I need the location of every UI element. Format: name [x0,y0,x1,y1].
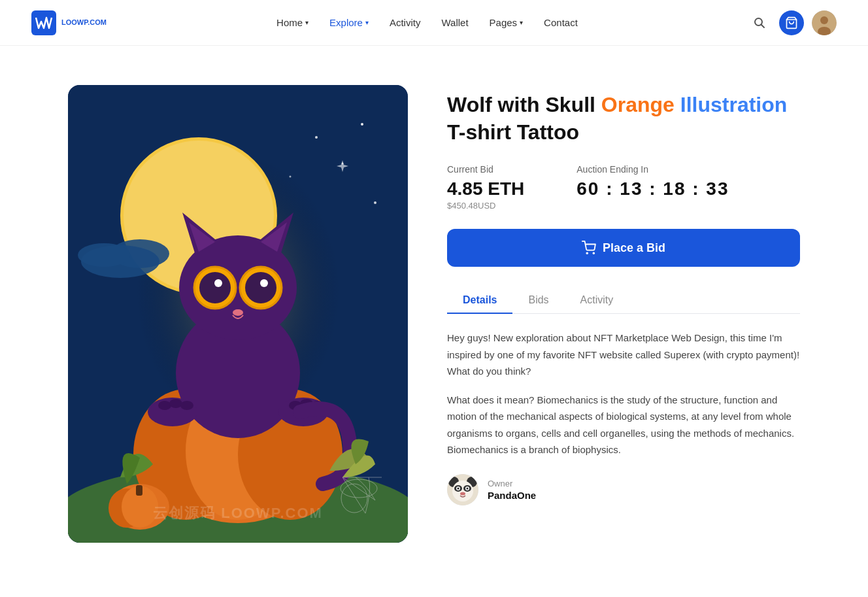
svg-point-17 [290,176,292,178]
svg-point-18 [374,201,376,204]
chevron-down-icon: ▾ [365,19,369,26]
nft-illustration [68,85,408,543]
svg-point-78 [460,492,465,495]
owner-name: PandaOne [488,490,536,501]
svg-line-2 [761,24,765,27]
nav-home[interactable]: Home ▾ [267,12,318,33]
owner-section: Owner PandaOne [447,474,800,505]
svg-point-5 [820,16,828,24]
nav-activity[interactable]: Activity [380,12,430,33]
product-tabs: Details Bids Activity [447,288,800,314]
svg-point-76 [458,487,459,489]
svg-point-36 [214,279,222,287]
nav-contact[interactable]: Contact [535,12,587,33]
tab-activity[interactable]: Activity [565,288,629,314]
auction-timer: 60 : 13 : 18 : 33 [576,179,729,199]
tab-bids[interactable]: Bids [512,288,564,314]
svg-point-66 [586,253,588,254]
svg-point-43 [158,401,171,410]
logo[interactable]: LOOWP.COM [31,10,107,35]
logo-icon [31,10,56,35]
svg-point-16 [361,123,363,126]
navbar: LOOWP.COM Home ▾ Explore ▾ Activity Wall… [0,0,868,46]
svg-point-14 [315,136,318,139]
svg-point-40 [233,309,243,316]
svg-point-67 [593,253,594,254]
svg-rect-52 [136,485,142,496]
logo-text: LOOWP.COM [61,18,107,27]
svg-point-77 [467,487,469,489]
user-avatar[interactable] [812,10,837,35]
nav-wallet[interactable]: Wallet [432,12,477,33]
nft-image: 云创源码 LOOWP.COM [68,85,408,543]
nav-right [748,10,837,35]
nav-links: Home ▾ Explore ▾ Activity Wallet Pages ▾… [267,12,587,33]
description-2: What does it mean? Biomechanics is the s… [447,392,800,458]
svg-point-35 [245,272,276,303]
current-bid-section: Current Bid 4.85 ETH $450.48USD [447,164,524,211]
auction-label: Auction Ending In [576,164,729,175]
tab-details[interactable]: Details [447,288,512,314]
nav-explore[interactable]: Explore ▾ [320,12,378,33]
owner-avatar[interactable] [447,474,478,505]
svg-point-13 [78,243,130,267]
search-icon[interactable] [748,11,771,35]
description-1: Hey guys! New exploration about NFT Mark… [447,330,800,380]
cart-button[interactable] [779,10,804,35]
auction-timer-section: Auction Ending In 60 : 13 : 18 : 33 [576,164,729,211]
svg-point-37 [260,279,268,287]
bid-label: Current Bid [447,164,524,175]
svg-point-45 [180,401,193,410]
svg-point-44 [169,399,182,408]
svg-point-71 [452,481,473,502]
cart-icon [582,241,596,255]
bid-row: Current Bid 4.85 ETH $450.48USD Auction … [447,164,800,211]
owner-info: Owner PandaOne [488,479,536,501]
svg-point-34 [199,272,231,303]
main-content: 云创源码 LOOWP.COM Wolf with Skull Orange Il… [42,46,826,582]
chevron-down-icon: ▾ [305,19,309,26]
owner-label: Owner [488,479,536,488]
bid-usd: $450.48USD [447,201,524,211]
chevron-down-icon: ▾ [520,19,523,26]
bid-value: 4.85 ETH [447,179,524,199]
place-bid-button[interactable]: Place a Bid [447,229,800,267]
product-title: Wolf with Skull Orange Illustration T-sh… [447,92,800,146]
nav-pages[interactable]: Pages ▾ [480,12,533,33]
svg-rect-0 [32,11,56,35]
product-details: Wolf with Skull Orange Illustration T-sh… [447,85,800,505]
